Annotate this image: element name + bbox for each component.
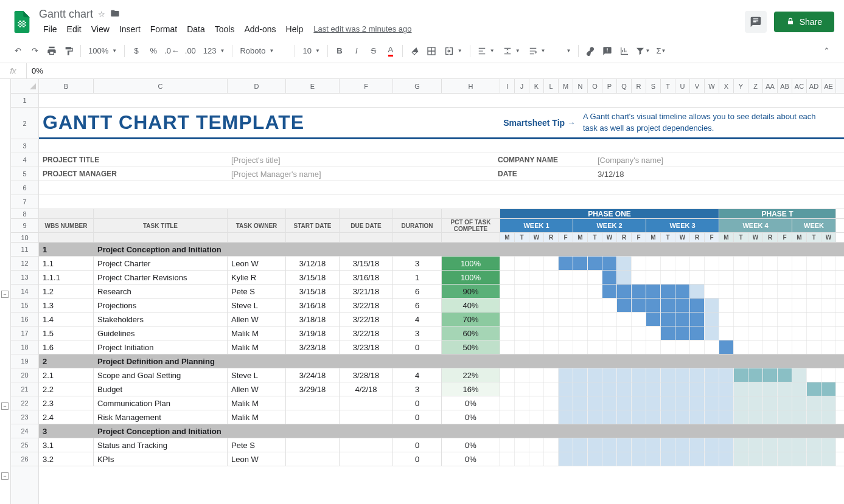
- gantt-cell[interactable]: [661, 257, 675, 270]
- gantt-cell[interactable]: [646, 271, 661, 284]
- gantt-cell[interactable]: [705, 438, 719, 452]
- due[interactable]: 3/16/18: [340, 271, 393, 284]
- gantt-cell[interactable]: [748, 368, 763, 382]
- rowhdr-2[interactable]: 2: [11, 108, 38, 139]
- rowhdr-9[interactable]: 9: [11, 219, 38, 233]
- menu-insert[interactable]: Insert: [115, 22, 145, 36]
- th-title[interactable]: [94, 209, 228, 218]
- gantt-cell[interactable]: [778, 340, 792, 354]
- rowhdr-18[interactable]: 18: [11, 340, 38, 354]
- day[interactable]: T: [661, 233, 675, 242]
- gantt-cell[interactable]: [719, 299, 734, 312]
- gantt-cell[interactable]: [559, 396, 573, 410]
- gantt-cell[interactable]: [821, 410, 836, 424]
- gantt-cell[interactable]: [705, 271, 719, 284]
- duration[interactable]: 3: [393, 257, 442, 270]
- italic-button[interactable]: I: [349, 43, 364, 59]
- gantt-cell[interactable]: [559, 452, 573, 466]
- gantt-cell[interactable]: [500, 285, 515, 298]
- comments-button[interactable]: [745, 11, 767, 33]
- gantt-cell[interactable]: [807, 382, 821, 396]
- gantt-cell[interactable]: [544, 285, 559, 298]
- gantt-cell[interactable]: [500, 368, 515, 382]
- rowhdr-24[interactable]: 24: [11, 424, 38, 438]
- menu-view[interactable]: View: [87, 22, 114, 36]
- gantt-cell[interactable]: [617, 396, 632, 410]
- gantt-cell[interactable]: [690, 312, 705, 326]
- gantt-cell[interactable]: [573, 438, 588, 452]
- gantt-cell[interactable]: [500, 312, 515, 326]
- wbs[interactable]: 1.3: [39, 299, 94, 312]
- gantt-cell[interactable]: [617, 271, 632, 284]
- gantt-cell[interactable]: [617, 257, 632, 270]
- gantt-cell[interactable]: [821, 326, 836, 340]
- colhdr-R[interactable]: R: [632, 79, 646, 93]
- gantt-cell[interactable]: [602, 312, 617, 326]
- gantt-cell[interactable]: [588, 285, 602, 298]
- gantt-cell[interactable]: [573, 257, 588, 270]
- colhdr-L[interactable]: L: [544, 79, 559, 93]
- zoom-select[interactable]: 100%▼: [85, 46, 120, 55]
- date-label[interactable]: DATE: [494, 167, 594, 181]
- gantt-cell[interactable]: [705, 396, 719, 410]
- day[interactable]: M: [719, 233, 734, 242]
- rowhdr-23[interactable]: 23: [11, 410, 38, 424]
- task-title[interactable]: Scope and Goal Setting: [94, 368, 228, 382]
- increase-decimal-button[interactable]: .00: [183, 43, 198, 59]
- gantt-cell[interactable]: [544, 312, 559, 326]
- gantt-cell[interactable]: [632, 368, 646, 382]
- gantt-cell[interactable]: [529, 312, 544, 326]
- gantt-cell[interactable]: [529, 382, 544, 396]
- due[interactable]: 3/22/18: [340, 312, 393, 326]
- gantt-cell[interactable]: [705, 452, 719, 466]
- gantt-cell[interactable]: [544, 452, 559, 466]
- gantt-cell[interactable]: [792, 271, 807, 284]
- gantt-cell[interactable]: [675, 382, 690, 396]
- gantt-cell[interactable]: [821, 368, 836, 382]
- gantt-cell[interactable]: [500, 410, 515, 424]
- start[interactable]: 3/12/18: [286, 257, 340, 270]
- due[interactable]: 4/2/18: [340, 382, 393, 396]
- gantt-cell[interactable]: [763, 299, 778, 312]
- gantt-cell[interactable]: [705, 368, 719, 382]
- gantt-cell[interactable]: [515, 285, 529, 298]
- due[interactable]: [340, 396, 393, 410]
- colhdr-V[interactable]: V: [690, 79, 705, 93]
- wbs[interactable]: 1.1: [39, 257, 94, 270]
- gantt-cell[interactable]: [705, 285, 719, 298]
- th[interactable]: [39, 233, 94, 242]
- gantt-cell[interactable]: [529, 285, 544, 298]
- gantt-cell[interactable]: [748, 452, 763, 466]
- owner[interactable]: Kylie R: [228, 271, 286, 284]
- gantt-cell[interactable]: [821, 340, 836, 354]
- gantt-cell[interactable]: [632, 410, 646, 424]
- strikethrough-button[interactable]: S: [366, 43, 382, 59]
- gantt-cell[interactable]: [763, 340, 778, 354]
- title-cell[interactable]: GANTT CHART TEMPLATE: [39, 108, 494, 137]
- link-button[interactable]: [582, 43, 598, 59]
- start[interactable]: 3/23/18: [286, 340, 340, 354]
- gantt-cell[interactable]: [646, 257, 661, 270]
- share-button[interactable]: Share: [774, 12, 834, 32]
- pct[interactable]: 0%: [442, 438, 500, 452]
- gantt-cell[interactable]: [821, 382, 836, 396]
- owner[interactable]: Pete S: [228, 438, 286, 452]
- gantt-cell[interactable]: [588, 382, 602, 396]
- gantt-cell[interactable]: [632, 396, 646, 410]
- wbs[interactable]: 1.2: [39, 285, 94, 298]
- gantt-cell[interactable]: [588, 452, 602, 466]
- due[interactable]: 3/23/18: [340, 340, 393, 354]
- due[interactable]: [340, 438, 393, 452]
- gantt-cell[interactable]: [792, 410, 807, 424]
- gantt-cell[interactable]: [690, 271, 705, 284]
- gantt-cell[interactable]: [821, 257, 836, 270]
- gantt-cell[interactable]: [690, 410, 705, 424]
- wbs[interactable]: 3.2: [39, 452, 94, 466]
- bold-button[interactable]: B: [332, 43, 347, 59]
- gantt-cell[interactable]: [778, 368, 792, 382]
- gantt-cell[interactable]: [646, 438, 661, 452]
- gantt-cell[interactable]: [807, 299, 821, 312]
- gantt-cell[interactable]: [617, 438, 632, 452]
- duration[interactable]: 3: [393, 326, 442, 340]
- th-wbs[interactable]: [39, 209, 94, 218]
